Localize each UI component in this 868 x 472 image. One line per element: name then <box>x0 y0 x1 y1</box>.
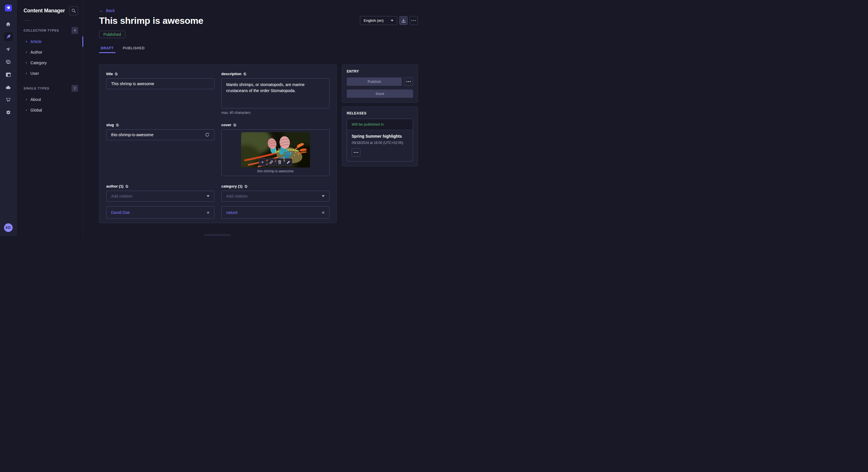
field-title: title This shrimp is awesome <box>106 72 214 115</box>
slug-field-label: slug <box>106 123 114 127</box>
locale-value: English (en) <box>364 19 383 23</box>
download-button[interactable] <box>399 16 408 25</box>
bottom-partial-button[interactable] <box>203 234 231 236</box>
field-slug: slug this-shrimp-is-awesome <box>106 123 214 176</box>
sidebar-divider <box>24 20 30 21</box>
release-name: Spring Summer highlights <box>352 134 408 138</box>
content-manager-icon[interactable] <box>4 32 13 41</box>
author-field-label: author (1) <box>106 184 123 189</box>
collection-types-label: COLLECTION TYPES <box>24 29 59 32</box>
search-button[interactable] <box>69 6 78 15</box>
release-card: Will be published in Spring Summer highl… <box>347 119 413 162</box>
regenerate-slug-icon[interactable] <box>205 133 210 137</box>
entry-panel-title: ENTRY <box>347 69 413 73</box>
main-nav-rail: KD <box>0 0 17 236</box>
sidebar-item-global[interactable]: Global <box>17 105 83 115</box>
ellipsis-icon <box>354 152 358 153</box>
home-icon[interactable] <box>4 20 13 29</box>
slug-input-value: this-shrimp-is-awesome <box>111 133 154 137</box>
save-button[interactable]: Save <box>347 90 413 98</box>
cover-toolbar: + <box>259 158 292 166</box>
delete-asset-button[interactable] <box>276 158 284 166</box>
sidebar-item-label: Global <box>30 108 42 112</box>
sidebar-item-category[interactable]: Category <box>17 57 83 68</box>
single-types-label: SINGLE TYPES <box>24 87 50 90</box>
chevron-down-icon <box>207 195 210 197</box>
user-avatar[interactable]: KD <box>4 224 12 232</box>
field-description: description Mantis shrimps, or stomatopo… <box>221 72 330 115</box>
version-tabs: DRAFT PUBLISHED <box>99 46 418 53</box>
author-relation-item: David Doe × <box>106 206 214 219</box>
title-input[interactable]: This shrimp is awesome <box>106 78 214 89</box>
cover-field-label: cover <box>221 123 231 127</box>
release-status: Will be published in <box>347 119 413 130</box>
strapi-logo-icon <box>5 5 11 11</box>
collection-types-section: COLLECTION TYPES 4 Article Author Catego… <box>17 27 83 78</box>
remove-category-relation-icon[interactable]: × <box>322 210 324 215</box>
tab-draft[interactable]: DRAFT <box>99 46 115 53</box>
sidebar-item-about[interactable]: About <box>17 94 83 105</box>
globe-icon <box>115 72 118 76</box>
search-icon <box>71 9 76 13</box>
sidebar-item-label: Article <box>30 39 42 44</box>
link-icon <box>269 160 273 164</box>
tab-published[interactable]: PUBLISHED <box>121 46 147 53</box>
globe-icon <box>233 123 237 127</box>
title-field-label: title <box>106 72 113 76</box>
cover-image[interactable]: + <box>241 132 310 167</box>
releases-panel-title: RELEASES <box>347 111 413 115</box>
sidebar-item-label: Author <box>30 50 42 55</box>
page-title: This shrimp is awesome <box>99 15 203 26</box>
locale-select[interactable]: English (en) <box>360 16 397 25</box>
globe-icon <box>125 185 129 188</box>
release-date: 09/18/2024 at 16:00 (UTC+02:00) <box>352 141 408 145</box>
content-manager-sidebar: Content Manager COLLECTION TYPES 4 Artic… <box>17 0 83 236</box>
publish-button[interactable]: Publish <box>347 77 402 86</box>
releases-panel: RELEASES Will be published in Spring Sum… <box>342 106 418 166</box>
content-type-builder-icon[interactable] <box>4 70 13 79</box>
strapi-logo[interactable] <box>5 5 12 11</box>
add-asset-button[interactable]: + <box>259 158 267 166</box>
sidebar-item-label: Category <box>30 61 47 65</box>
edit-asset-button[interactable] <box>284 158 292 166</box>
settings-gear-icon[interactable] <box>4 108 13 117</box>
bullet-icon <box>26 99 27 100</box>
author-relation-link[interactable]: David Doe <box>111 210 130 215</box>
entry-more-button[interactable] <box>404 77 413 86</box>
media-library-icon[interactable] <box>4 57 13 67</box>
category-relation-link[interactable]: nature <box>226 210 238 215</box>
single-types-section: SINGLE TYPES 2 About Global <box>17 85 83 115</box>
single-types-count-badge: 2 <box>71 85 78 92</box>
header-more-button[interactable] <box>410 16 418 25</box>
bullet-icon <box>26 41 27 42</box>
marketplace-cart-icon[interactable] <box>4 95 13 104</box>
cloud-icon[interactable] <box>4 82 13 92</box>
main-content: ← Back This shrimp is awesome English (e… <box>83 0 434 236</box>
chevron-down-icon <box>322 195 324 197</box>
copy-link-button[interactable] <box>267 158 275 166</box>
slug-input[interactable]: this-shrimp-is-awesome <box>106 129 214 140</box>
field-category: category (1) Add relation nature × <box>221 184 330 219</box>
sidebar-item-author[interactable]: Author <box>17 47 83 57</box>
send-icon[interactable] <box>4 45 13 54</box>
sidebar-item-user[interactable]: User <box>17 68 83 78</box>
globe-icon <box>243 72 247 76</box>
sidebar-item-label: About <box>30 97 41 102</box>
title-input-value: This shrimp is awesome <box>111 81 154 86</box>
description-textarea[interactable]: Mantis shrimps, or stomatopods, are mari… <box>221 78 330 108</box>
ellipsis-icon <box>406 81 411 82</box>
sidebar-item-article[interactable]: Article <box>17 36 83 47</box>
back-arrow-icon: ← <box>99 8 104 13</box>
category-relation-item: nature × <box>221 206 330 219</box>
globe-icon <box>244 185 248 188</box>
release-more-button[interactable] <box>352 148 361 157</box>
back-link[interactable]: ← Back <box>99 8 115 13</box>
trash-icon <box>278 160 282 164</box>
author-relation-select[interactable]: Add relation <box>106 191 214 202</box>
sidebar-title: Content Manager <box>24 8 65 14</box>
description-field-label: description <box>221 72 241 76</box>
remove-author-relation-icon[interactable]: × <box>207 210 210 215</box>
description-hint: max. 80 characters <box>221 111 330 115</box>
category-relation-select[interactable]: Add relation <box>221 191 330 202</box>
category-select-placeholder: Add relation <box>226 194 248 198</box>
